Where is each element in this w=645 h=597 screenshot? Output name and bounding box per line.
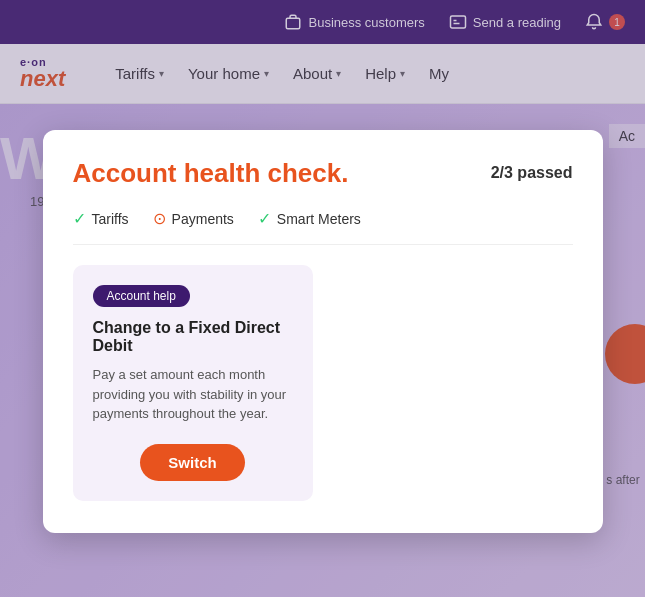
check-warn-icon: ⊙ [153,209,166,228]
advice-card: Account help Change to a Fixed Direct De… [73,265,313,501]
check-pass-icon-2: ✓ [258,209,271,228]
check-pass-icon: ✓ [73,209,86,228]
health-check-modal: Account health check. 2/3 passed ✓ Tarif… [43,130,603,533]
modal-title: Account health check. [73,158,349,189]
modal-overlay: Account health check. 2/3 passed ✓ Tarif… [0,0,645,597]
switch-button[interactable]: Switch [140,444,244,481]
advice-tag: Account help [93,285,190,307]
check-smart-meters: ✓ Smart Meters [258,209,361,228]
check-tariffs: ✓ Tariffs [73,209,129,228]
check-payments: ⊙ Payments [153,209,234,228]
modal-score: 2/3 passed [491,164,573,182]
modal-header: Account health check. 2/3 passed [73,158,573,189]
advice-title: Change to a Fixed Direct Debit [93,319,293,355]
health-checks-row: ✓ Tariffs ⊙ Payments ✓ Smart Meters [73,209,573,245]
advice-body: Pay a set amount each month providing yo… [93,365,293,424]
